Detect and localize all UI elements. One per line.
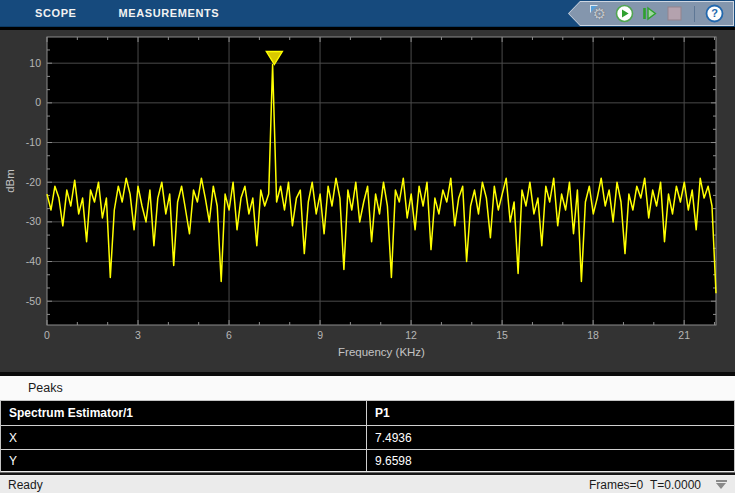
x-axis-label: Frequency (KHz) [338,346,425,358]
y-tick-label: 10 [29,57,41,69]
peaks-panel-title: Peaks [0,376,735,400]
row-x-value: 7.4936 [367,426,734,449]
tab-bar: SCOPE MEASUREMENTS [0,0,240,26]
x-tick-label: 9 [317,329,323,341]
x-tick-label: 15 [496,329,508,341]
step-forward-icon [640,4,659,23]
plot-panel: 036912151821100-10-20-30-40-50Frequency … [0,30,735,372]
y-tick-label: -30 [26,215,41,227]
table-header-p1: P1 [367,401,734,425]
x-tick-label: 12 [405,329,417,341]
step-forward-button[interactable] [640,4,659,23]
gear-icon: ⚙ [593,6,606,21]
stop-button[interactable] [665,4,684,23]
x-tick-label: 21 [678,329,690,341]
plot-background [47,37,716,325]
run-button[interactable] [615,4,634,23]
table-row-y: Y 9.6598 [1,450,734,472]
toolbar: SCOPE MEASUREMENTS ⚙ [0,0,735,27]
x-tick-label: 6 [226,329,232,341]
svg-text:?: ? [711,7,718,19]
row-x-label: X [1,426,367,449]
help-button[interactable]: ? [705,4,724,23]
collapse-panel-icon[interactable] [715,480,727,490]
spectrum-analyzer-window: SCOPE MEASUREMENTS ⚙ [0,0,735,493]
table-header-source: Spectrum Estimator/1 [1,401,367,425]
play-icon [615,4,634,23]
tab-measurements[interactable]: MEASUREMENTS [98,0,241,26]
table-header-row: Spectrum Estimator/1 P1 [1,401,734,426]
y-axis-label: dBm [4,169,16,193]
y-tick-label: 0 [35,96,41,108]
frames-counter: Frames=0 T=0.0000 [589,478,701,492]
x-tick-label: 18 [587,329,599,341]
y-tick-label: -10 [26,136,41,148]
status-bar: Ready Frames=0 T=0.0000 [0,476,735,493]
y-tick-label: -50 [26,295,41,307]
status-text: Ready [8,478,589,492]
toolbar-separator [694,6,695,22]
simulation-controls: ⚙ [568,1,734,26]
step-back-settings-button[interactable]: ⚙ [590,4,609,23]
x-tick-label: 0 [44,329,50,341]
table-row-x: X 7.4936 [1,426,734,450]
spectrum-plot[interactable]: 036912151821100-10-20-30-40-50Frequency … [0,30,735,368]
x-tick-label: 3 [135,329,141,341]
row-y-value: 9.6598 [367,450,734,471]
peaks-table: Spectrum Estimator/1 P1 X 7.4936 Y 9.659… [0,400,735,472]
help-icon: ? [705,4,724,23]
y-tick-label: -40 [26,255,41,267]
stop-icon [665,4,684,23]
tab-scope[interactable]: SCOPE [14,0,98,26]
row-y-label: Y [1,450,367,471]
y-tick-label: -20 [26,176,41,188]
